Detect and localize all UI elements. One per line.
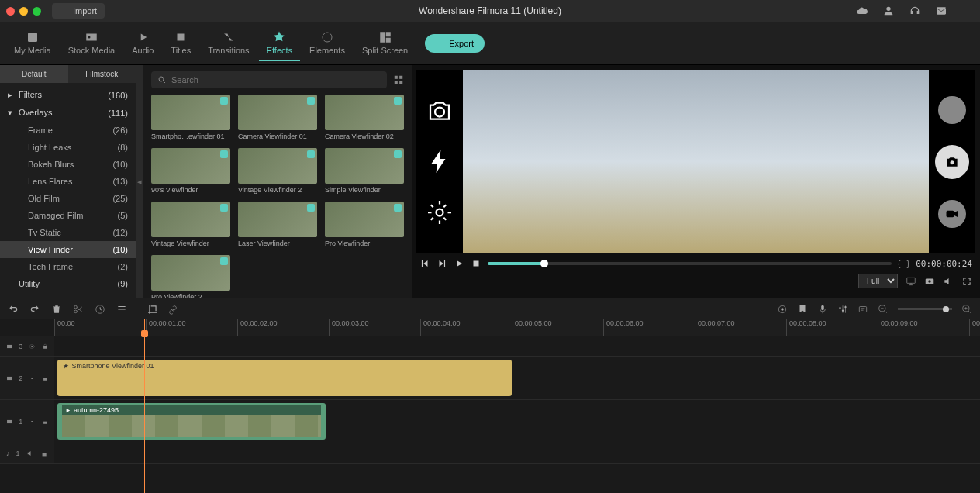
visibility-icon[interactable]	[29, 342, 35, 351]
mixer-button[interactable]	[837, 304, 848, 315]
tool-tab-titles[interactable]: Titles	[163, 26, 198, 61]
display-icon[interactable]	[906, 276, 916, 287]
export-button[interactable]: Export	[425, 34, 485, 53]
sidebar-tab-default[interactable]: Default	[0, 65, 68, 83]
window-minimize[interactable]	[19, 7, 28, 16]
stop-button[interactable]	[471, 258, 481, 269]
category-utility[interactable]: Utility(9)	[0, 275, 136, 292]
subcategory-light-leaks[interactable]: Light Leaks(8)	[0, 139, 136, 156]
effect-item[interactable]: Simple Viewfinder	[325, 148, 404, 194]
subcategory-old-film[interactable]: Old Film(25)	[0, 190, 136, 207]
effect-item[interactable]: Vintage Viewfinder 2	[238, 148, 317, 194]
svg-rect-32	[859, 306, 866, 312]
lock-icon[interactable]	[42, 417, 48, 426]
render-button[interactable]	[777, 304, 788, 315]
fullscreen-icon[interactable]	[961, 276, 972, 287]
undo-button[interactable]	[8, 304, 19, 315]
playhead[interactable]	[144, 319, 145, 493]
track-head-audio-1[interactable]: ♪ 1	[0, 443, 54, 463]
headset-icon[interactable]	[909, 5, 921, 17]
tool-tab-my-media[interactable]: My Media	[6, 26, 59, 61]
subcategory-tech-frame[interactable]: Tech Frame(2)	[0, 258, 136, 275]
timeline-ruler[interactable]: 00:0000:00:01:0000:00:02:0000:00:03:0000…	[54, 319, 980, 336]
subcategory-bokeh-blurs[interactable]: Bokeh Blurs(10)	[0, 156, 136, 173]
preview-size-select[interactable]: Full	[858, 274, 898, 288]
next-frame-button[interactable]	[437, 258, 447, 269]
category-lut[interactable]: ▸LUT(66)	[0, 292, 136, 298]
tool-tab-audio[interactable]: Audio	[124, 26, 161, 61]
track-head-2[interactable]: 2	[0, 357, 54, 399]
tool-tab-elements[interactable]: Elements	[302, 26, 353, 61]
account-icon[interactable]	[882, 5, 895, 17]
split-button[interactable]	[73, 304, 84, 315]
subcategory-view-finder[interactable]: View Finder(10)	[0, 241, 136, 258]
crop-button[interactable]	[147, 304, 158, 315]
keyframe-button[interactable]	[858, 304, 868, 315]
play-button[interactable]	[454, 258, 464, 269]
effect-clip[interactable]: Smartphone Viewfinder 01	[57, 360, 512, 396]
mark-in-button[interactable]: {	[898, 259, 901, 268]
effect-item[interactable]: Smartpho…ewfinder 01	[151, 95, 230, 140]
category-filters[interactable]: ▸Filters(160)	[0, 86, 136, 104]
prev-frame-button[interactable]	[419, 258, 430, 269]
preview-scrubber[interactable]	[488, 262, 892, 265]
svg-point-23	[74, 305, 78, 309]
subcategory-tv-static[interactable]: Tv Static(12)	[0, 224, 136, 241]
video-clip[interactable]: autumn-27495	[57, 403, 326, 440]
category-overlays[interactable]: ▾Overlays(111)	[0, 104, 136, 122]
volume-icon[interactable]	[943, 276, 954, 287]
effect-item[interactable]: Camera Viewfinder 01	[238, 95, 317, 140]
svg-rect-12	[399, 76, 402, 79]
zoom-slider[interactable]	[898, 308, 952, 310]
mark-out-button[interactable]: }	[906, 259, 909, 268]
import-button[interactable]: Import	[52, 3, 105, 19]
visibility-icon[interactable]	[29, 374, 35, 383]
effect-item[interactable]: Pro Viewfinder 2	[151, 255, 230, 298]
tool-tab-stock-media[interactable]: Stock Media	[60, 26, 123, 61]
menu-button[interactable]	[116, 304, 127, 315]
snapshot-icon[interactable]	[924, 276, 935, 287]
zoom-in-button[interactable]	[961, 304, 972, 315]
zoom-out-button[interactable]	[878, 304, 889, 315]
svg-rect-19	[474, 261, 479, 267]
svg-rect-28	[821, 305, 824, 309]
lock-icon[interactable]	[40, 449, 48, 458]
track-head-3[interactable]: 3	[0, 336, 54, 356]
visibility-icon[interactable]	[29, 417, 35, 426]
preview-viewport[interactable]	[416, 70, 975, 253]
track-head-1[interactable]: 1	[0, 400, 54, 443]
link-button[interactable]	[167, 304, 178, 315]
effect-item[interactable]: 90's Viewfinder	[151, 148, 230, 194]
svg-rect-44	[42, 453, 46, 456]
mute-icon[interactable]	[26, 449, 34, 458]
effect-item[interactable]: Camera Viewfinder 02	[325, 95, 404, 140]
collapse-sidebar[interactable]: ◂	[136, 65, 143, 298]
search-input[interactable]	[171, 75, 381, 84]
subcategory-frame[interactable]: Frame(26)	[0, 122, 136, 139]
voiceover-button[interactable]	[817, 304, 828, 315]
lock-icon[interactable]	[42, 374, 48, 383]
effect-item[interactable]: Vintage Viewfinder	[151, 202, 230, 247]
tool-tab-transitions[interactable]: Transitions	[200, 26, 257, 61]
redo-button[interactable]	[29, 304, 40, 315]
speed-button[interactable]	[95, 304, 105, 315]
cloud-icon[interactable]	[856, 5, 868, 17]
tool-tab-effects[interactable]: Effects	[259, 26, 300, 61]
subcategory-damaged-film[interactable]: Damaged Film(5)	[0, 207, 136, 224]
lock-icon[interactable]	[42, 342, 48, 351]
tool-tab-split-screen[interactable]: Split Screen	[354, 26, 416, 61]
sidebar-tab-filmstock[interactable]: Filmstock	[68, 65, 136, 83]
effect-item[interactable]: Pro Viewfinder	[325, 202, 404, 247]
effect-item[interactable]: Laser Viewfinder	[238, 202, 317, 247]
delete-button[interactable]	[51, 304, 62, 315]
window-close[interactable]	[6, 7, 15, 16]
mail-icon[interactable]	[935, 5, 947, 17]
window-maximize[interactable]	[33, 7, 41, 16]
svg-rect-40	[43, 378, 47, 380]
marker-button[interactable]	[797, 304, 808, 315]
svg-point-27	[781, 308, 784, 311]
grid-view-icon[interactable]	[393, 74, 404, 85]
subcategory-lens-flares[interactable]: Lens Flares(13)	[0, 173, 136, 190]
download-icon[interactable]	[961, 5, 974, 17]
svg-rect-38	[7, 376, 12, 379]
